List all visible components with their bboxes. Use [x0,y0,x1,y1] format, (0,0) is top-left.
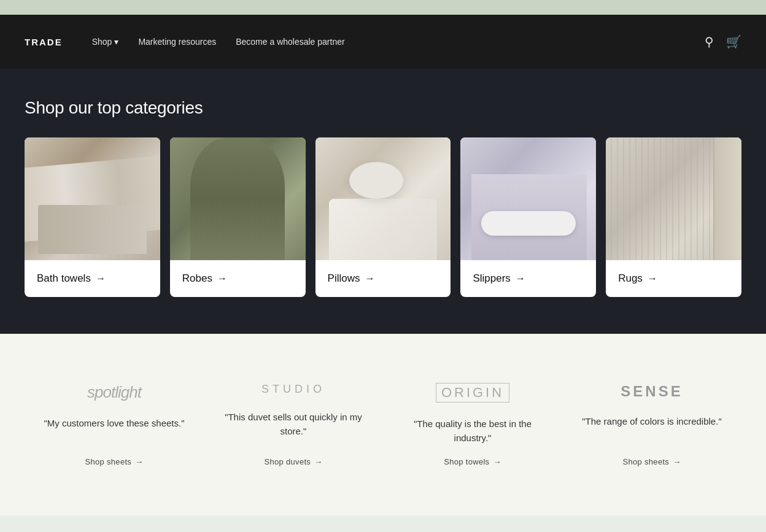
category-label-bath-towels: Bath towels → [25,260,160,297]
pillows-image [315,137,451,260]
arrow-icon: → [516,273,525,284]
chevron-down-icon: ▾ [114,37,118,47]
category-image-rugs [606,137,741,260]
category-card-pillows[interactable]: Pillows → [315,137,451,297]
category-card-robes[interactable]: Robes → [170,137,306,297]
slippers-text: Slippers [473,272,510,285]
brand-sense: SENSE [621,383,683,400]
arrow-icon: → [648,273,657,284]
category-label-pillows: Pillows → [315,260,451,297]
cart-icon[interactable]: 🛒 [726,34,741,49]
shop-towels-link[interactable]: Shop towels → [444,457,501,466]
nav-marketing-label: Marketing resources [138,37,216,47]
nav-shop[interactable]: Shop ▾ [92,37,119,47]
categories-grid: Bath towels → Robes → Pillows → [25,137,741,297]
shop-sheets-label-sense: Shop sheets [623,457,670,466]
arrow-icon: → [96,273,106,284]
slippers-image [460,137,596,260]
shop-sheets-label-spotlight: Shop sheets [85,457,132,466]
nav-shop-label: Shop [92,37,112,47]
robes-image [170,137,306,260]
arrow-icon: → [365,273,375,284]
testimonial-sense: SENSE "The range of colors is incredible… [562,371,741,479]
testimonial-quote-sense: "The range of colors is incredible." [582,415,721,445]
shop-duvets-label: Shop duvets [265,457,311,466]
rugs-text: Rugs [618,272,643,285]
search-icon[interactable]: ⚲ [705,34,714,49]
rugs-image [606,137,741,260]
navbar: TRADE Shop ▾ Marketing resources Become … [0,15,766,69]
testimonial-studio: STUDIO "This duvet sells out quickly in … [204,371,383,479]
pillows-text: Pillows [328,272,360,285]
shop-sheets-link-sense[interactable]: Shop sheets → [623,457,681,466]
brand-studio: STUDIO [261,383,325,396]
section-title: Shop our top categories [25,98,741,118]
arrow-icon: → [135,457,143,466]
shop-towels-label: Shop towels [444,457,489,466]
shop-duvets-link[interactable]: Shop duvets → [265,457,323,466]
category-card-slippers[interactable]: Slippers → [460,137,596,297]
category-image-robes [170,137,306,260]
nav-icons: ⚲ 🛒 [705,34,741,49]
bath-towels-text: Bath towels [37,272,91,285]
nav-marketing[interactable]: Marketing resources [138,37,216,47]
category-label-robes: Robes → [170,260,306,297]
testimonial-quote-spotlight: "My customers love these sheets." [44,417,184,445]
nav-wholesale-label: Become a wholesale partner [236,37,344,47]
brand-origin: ORIGIN [436,383,509,403]
testimonial-spotlight: spotlight "My customers love these sheet… [25,371,204,479]
category-label-rugs: Rugs → [606,260,741,297]
top-bar [0,0,766,15]
category-card-bath-towels[interactable]: Bath towels → [25,137,160,297]
nav-wholesale[interactable]: Become a wholesale partner [236,37,344,47]
bath-towels-image [25,137,160,260]
arrow-icon: → [493,457,501,466]
category-image-pillows [315,137,451,260]
testimonial-quote-origin: "The quality is the best in the industry… [401,417,544,445]
testimonials-section: spotlight "My customers love these sheet… [0,334,766,515]
arrow-icon: → [673,457,681,466]
testimonials-grid: spotlight "My customers love these sheet… [25,371,741,479]
category-card-rugs[interactable]: Rugs → [606,137,741,297]
robes-text: Robes [182,272,212,285]
logo: TRADE [25,37,63,47]
brand-spotlight: spotlight [87,383,141,402]
category-image-bath-towels [25,137,160,260]
categories-section: Shop our top categories Bath towels → Ro… [0,69,766,334]
category-image-slippers [460,137,596,260]
arrow-icon: → [217,273,227,284]
arrow-icon: → [314,457,322,466]
category-label-slippers: Slippers → [460,260,596,297]
shop-sheets-link-spotlight[interactable]: Shop sheets → [85,457,144,466]
testimonial-quote-studio: "This duvet sells out quickly in my stor… [222,411,365,445]
testimonial-origin: ORIGIN "The quality is the best in the i… [383,371,562,479]
